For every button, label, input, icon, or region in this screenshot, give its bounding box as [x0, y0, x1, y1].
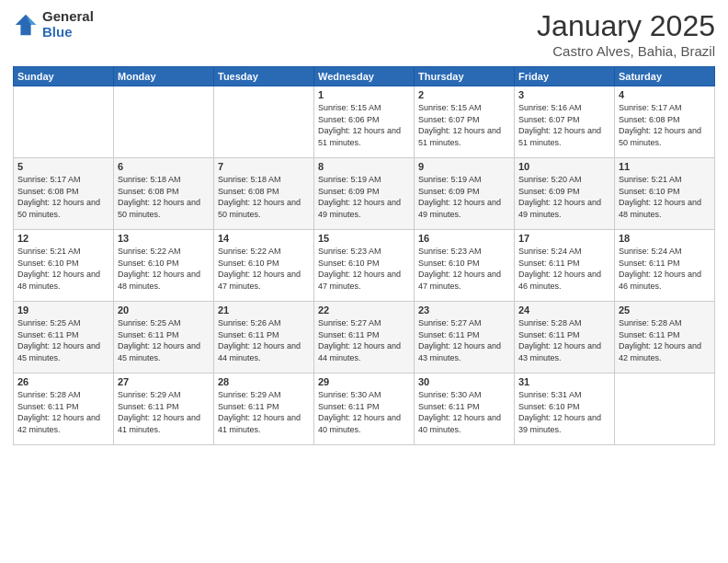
cell-info: Sunrise: 5:26 AMSunset: 6:11 PMDaylight:… — [218, 317, 310, 363]
logo-icon — [13, 12, 39, 38]
calendar-cell-4-3: 29 Sunrise: 5:30 AMSunset: 6:11 PMDaylig… — [314, 373, 415, 445]
day-number: 26 — [17, 376, 109, 387]
calendar-cell-1-4: 9 Sunrise: 5:19 AMSunset: 6:09 PMDayligh… — [415, 158, 515, 230]
day-number: 16 — [418, 233, 510, 244]
calendar-cell-0-1 — [114, 86, 214, 158]
week-row-1: 5 Sunrise: 5:17 AMSunset: 6:08 PMDayligh… — [14, 158, 715, 230]
calendar-cell-0-3: 1 Sunrise: 5:15 AMSunset: 6:06 PMDayligh… — [314, 86, 415, 158]
day-number: 30 — [418, 376, 510, 387]
cell-info: Sunrise: 5:17 AMSunset: 6:08 PMDaylight:… — [17, 174, 109, 220]
weekday-header-row: Sunday Monday Tuesday Wednesday Thursday… — [14, 67, 715, 86]
day-number: 19 — [17, 304, 109, 316]
cell-info: Sunrise: 5:16 AMSunset: 6:07 PMDaylight:… — [518, 102, 610, 148]
day-number: 12 — [17, 233, 109, 244]
cell-info: Sunrise: 5:27 AMSunset: 6:11 PMDaylight:… — [318, 317, 410, 363]
day-number: 20 — [118, 304, 210, 316]
day-number: 31 — [518, 376, 610, 387]
calendar-cell-0-5: 3 Sunrise: 5:16 AMSunset: 6:07 PMDayligh… — [515, 86, 615, 158]
calendar-cell-2-4: 16 Sunrise: 5:23 AMSunset: 6:10 PMDaylig… — [415, 230, 515, 302]
calendar-cell-3-5: 24 Sunrise: 5:28 AMSunset: 6:11 PMDaylig… — [515, 302, 615, 373]
cell-info: Sunrise: 5:15 AMSunset: 6:06 PMDaylight:… — [318, 102, 410, 148]
day-number: 11 — [619, 161, 711, 172]
day-number: 21 — [218, 304, 310, 316]
title-block: January 2025 Castro Alves, Bahia, Brazil — [537, 9, 715, 59]
calendar-cell-2-2: 14 Sunrise: 5:22 AMSunset: 6:10 PMDaylig… — [214, 230, 314, 302]
calendar-cell-4-5: 31 Sunrise: 5:31 AMSunset: 6:10 PMDaylig… — [515, 373, 615, 445]
header-tuesday: Tuesday — [214, 67, 314, 86]
day-number: 23 — [418, 304, 510, 316]
calendar-cell-3-6: 25 Sunrise: 5:28 AMSunset: 6:11 PMDaylig… — [615, 302, 715, 373]
cell-info: Sunrise: 5:22 AMSunset: 6:10 PMDaylight:… — [218, 246, 310, 292]
cell-info: Sunrise: 5:21 AMSunset: 6:10 PMDaylight:… — [619, 174, 711, 220]
day-number: 10 — [518, 161, 610, 172]
calendar-cell-3-4: 23 Sunrise: 5:27 AMSunset: 6:11 PMDaylig… — [415, 302, 515, 373]
day-number: 13 — [118, 233, 210, 244]
day-number: 28 — [218, 376, 310, 387]
cell-info: Sunrise: 5:21 AMSunset: 6:10 PMDaylight:… — [17, 246, 109, 292]
week-row-4: 26 Sunrise: 5:28 AMSunset: 6:11 PMDaylig… — [14, 373, 715, 445]
month-title: January 2025 — [537, 9, 715, 43]
week-row-2: 12 Sunrise: 5:21 AMSunset: 6:10 PMDaylig… — [14, 230, 715, 302]
cell-info: Sunrise: 5:30 AMSunset: 6:11 PMDaylight:… — [418, 389, 510, 435]
logo-blue: Blue — [42, 25, 94, 40]
day-number: 25 — [619, 304, 711, 316]
calendar-cell-3-3: 22 Sunrise: 5:27 AMSunset: 6:11 PMDaylig… — [314, 302, 415, 373]
logo-text: General Blue — [42, 9, 94, 40]
day-number: 14 — [218, 233, 310, 244]
cell-info: Sunrise: 5:31 AMSunset: 6:10 PMDaylight:… — [518, 389, 610, 435]
week-row-3: 19 Sunrise: 5:25 AMSunset: 6:11 PMDaylig… — [14, 302, 715, 373]
cell-info: Sunrise: 5:29 AMSunset: 6:11 PMDaylight:… — [218, 389, 310, 435]
calendar-cell-0-0 — [14, 86, 114, 158]
calendar-cell-0-2 — [214, 86, 314, 158]
cell-info: Sunrise: 5:29 AMSunset: 6:11 PMDaylight:… — [118, 389, 210, 435]
logo: General Blue — [13, 9, 94, 40]
day-number: 7 — [218, 161, 310, 172]
day-number: 3 — [518, 89, 610, 100]
calendar-cell-3-0: 19 Sunrise: 5:25 AMSunset: 6:11 PMDaylig… — [14, 302, 114, 373]
calendar-cell-1-6: 11 Sunrise: 5:21 AMSunset: 6:10 PMDaylig… — [615, 158, 715, 230]
day-number: 6 — [118, 161, 210, 172]
cell-info: Sunrise: 5:20 AMSunset: 6:09 PMDaylight:… — [518, 174, 610, 220]
calendar-cell-2-1: 13 Sunrise: 5:22 AMSunset: 6:10 PMDaylig… — [114, 230, 214, 302]
day-number: 15 — [318, 233, 410, 244]
cell-info: Sunrise: 5:15 AMSunset: 6:07 PMDaylight:… — [418, 102, 510, 148]
cell-info: Sunrise: 5:28 AMSunset: 6:11 PMDaylight:… — [518, 317, 610, 363]
calendar-cell-3-2: 21 Sunrise: 5:26 AMSunset: 6:11 PMDaylig… — [214, 302, 314, 373]
calendar-cell-2-6: 18 Sunrise: 5:24 AMSunset: 6:11 PMDaylig… — [615, 230, 715, 302]
day-number: 5 — [17, 161, 109, 172]
cell-info: Sunrise: 5:28 AMSunset: 6:11 PMDaylight:… — [619, 317, 711, 363]
cell-info: Sunrise: 5:24 AMSunset: 6:11 PMDaylight:… — [619, 246, 711, 292]
day-number: 29 — [318, 376, 410, 387]
cell-info: Sunrise: 5:28 AMSunset: 6:11 PMDaylight:… — [17, 389, 109, 435]
cell-info: Sunrise: 5:17 AMSunset: 6:08 PMDaylight:… — [619, 102, 711, 148]
day-number: 1 — [318, 89, 410, 100]
cell-info: Sunrise: 5:23 AMSunset: 6:10 PMDaylight:… — [418, 246, 510, 292]
cell-info: Sunrise: 5:24 AMSunset: 6:11 PMDaylight:… — [518, 246, 610, 292]
cell-info: Sunrise: 5:30 AMSunset: 6:11 PMDaylight:… — [318, 389, 410, 435]
cell-info: Sunrise: 5:23 AMSunset: 6:10 PMDaylight:… — [318, 246, 410, 292]
page: General Blue January 2025 Castro Alves, … — [0, 0, 728, 563]
calendar-cell-2-5: 17 Sunrise: 5:24 AMSunset: 6:11 PMDaylig… — [515, 230, 615, 302]
calendar-cell-4-0: 26 Sunrise: 5:28 AMSunset: 6:11 PMDaylig… — [14, 373, 114, 445]
header-wednesday: Wednesday — [314, 67, 415, 86]
cell-info: Sunrise: 5:19 AMSunset: 6:09 PMDaylight:… — [318, 174, 410, 220]
day-number: 8 — [318, 161, 410, 172]
calendar-cell-0-4: 2 Sunrise: 5:15 AMSunset: 6:07 PMDayligh… — [415, 86, 515, 158]
day-number: 22 — [318, 304, 410, 316]
location-title: Castro Alves, Bahia, Brazil — [537, 43, 715, 59]
calendar-cell-2-0: 12 Sunrise: 5:21 AMSunset: 6:10 PMDaylig… — [14, 230, 114, 302]
header: General Blue January 2025 Castro Alves, … — [13, 9, 715, 59]
day-number: 18 — [619, 233, 711, 244]
calendar-table: Sunday Monday Tuesday Wednesday Thursday… — [13, 66, 715, 445]
calendar-cell-4-4: 30 Sunrise: 5:30 AMSunset: 6:11 PMDaylig… — [415, 373, 515, 445]
calendar-cell-1-2: 7 Sunrise: 5:18 AMSunset: 6:08 PMDayligh… — [214, 158, 314, 230]
calendar-cell-3-1: 20 Sunrise: 5:25 AMSunset: 6:11 PMDaylig… — [114, 302, 214, 373]
day-number: 9 — [418, 161, 510, 172]
logo-general: General — [42, 9, 94, 25]
header-saturday: Saturday — [615, 67, 715, 86]
cell-info: Sunrise: 5:27 AMSunset: 6:11 PMDaylight:… — [418, 317, 510, 363]
cell-info: Sunrise: 5:19 AMSunset: 6:09 PMDaylight:… — [418, 174, 510, 220]
header-sunday: Sunday — [14, 67, 114, 86]
calendar-cell-4-1: 27 Sunrise: 5:29 AMSunset: 6:11 PMDaylig… — [114, 373, 214, 445]
calendar-cell-0-6: 4 Sunrise: 5:17 AMSunset: 6:08 PMDayligh… — [615, 86, 715, 158]
